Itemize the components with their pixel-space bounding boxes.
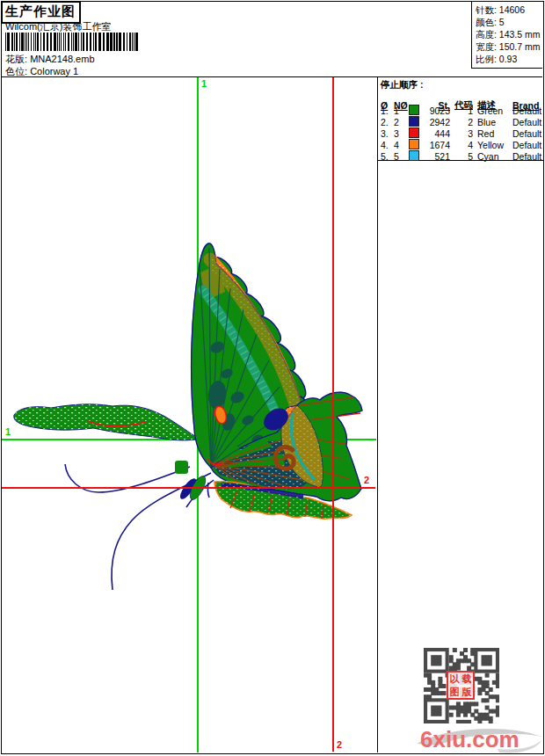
- colorway-label: 色位:: [5, 66, 27, 76]
- design-file-value: MNA2148.emb: [30, 54, 94, 64]
- info-row: 宽度: 150.7 mm: [476, 41, 542, 54]
- red-stamp: 以载图版: [447, 671, 475, 700]
- body-side-leaves: [175, 461, 208, 502]
- stop-sequence-header: Ø NØ St. 代码 描述 Brand 元素: [378, 93, 543, 105]
- red-end-horizontal-guide: [2, 487, 375, 489]
- thread-color-swatch: [409, 105, 419, 115]
- page-title: 生产作业图: [5, 4, 76, 20]
- stop-sequence-row: 4.416744YellowDefault: [378, 139, 543, 150]
- stop-sequence-row: 1.190231GreenDefault: [378, 105, 543, 116]
- info-row: 颜色: 5: [476, 17, 542, 29]
- stamp-character: 图: [448, 686, 461, 699]
- watermark-text: 6xiu.com: [420, 726, 520, 753]
- production-worksheet-page: { "header": { "title": "生产作业图", "studio"…: [0, 0, 545, 756]
- studio-name: Wilcom(汇京)装饰工作室: [5, 20, 111, 33]
- stop-sequence-rows: 1.190231GreenDefault2.229422BlueDefault3…: [378, 105, 543, 162]
- stop-sequence-table: 停止顺序 : Ø NØ St. 代码 描述 Brand 元素 1.190231G…: [378, 77, 543, 161]
- info-row: 比例: 0.93: [476, 54, 542, 66]
- start-marker-top: 1: [201, 79, 207, 89]
- colorway-value: Colorway 1: [30, 66, 78, 76]
- start-marker-left: 1: [5, 427, 11, 437]
- info-row: 针数: 14606: [476, 4, 542, 17]
- thread-color-swatch: [409, 127, 419, 138]
- left-arm-shape: [14, 404, 199, 440]
- stitch-info-box: 针数: 14606颜色: 5高度: 143.5 mm宽度: 150.7 mm比例…: [471, 2, 542, 69]
- red-end-vertical-guide: [332, 77, 334, 752]
- butterfly-embroidery-design: [0, 77, 378, 752]
- design-file-label: 花版:: [5, 54, 27, 64]
- stamp-character: 版: [461, 686, 473, 699]
- watermark: 6xiu.com: [413, 719, 545, 754]
- thread-color-swatch: [409, 139, 419, 149]
- stamp-character: 以: [448, 672, 461, 686]
- end-marker-bottom: 2: [337, 740, 342, 750]
- thread-color-swatch: [409, 116, 419, 127]
- info-row: 高度: 143.5 mm: [476, 29, 542, 41]
- stop-sequence-row: 5.55215CyanDefault: [378, 150, 543, 162]
- barcode: [5, 33, 139, 51]
- end-marker-right: 2: [364, 476, 369, 485]
- design-file-row: 花版: MNA2148.emb: [5, 53, 95, 66]
- stop-sequence-row: 2.229422BlueDefault: [378, 116, 543, 127]
- stop-sequence-title: 停止顺序 :: [378, 77, 543, 91]
- green-square-mark: [175, 461, 188, 474]
- stamp-character: 载: [461, 672, 473, 686]
- stop-sequence-row: 3.34443RedDefault: [378, 127, 543, 139]
- thread-color-swatch: [409, 150, 419, 161]
